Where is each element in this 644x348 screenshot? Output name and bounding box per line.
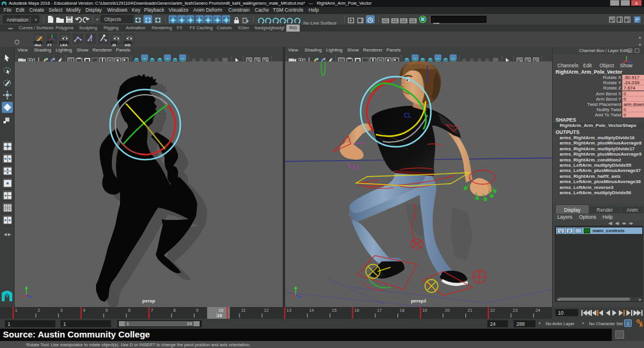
svg-text:21: 21: [468, 308, 472, 313]
svg-text:19: 19: [422, 308, 427, 313]
svg-text:5: 5: [105, 308, 108, 313]
svg-text:16: 16: [354, 308, 359, 313]
svg-text:18: 18: [400, 308, 405, 313]
svg-text:14: 14: [309, 308, 314, 313]
svg-text:12: 12: [264, 308, 269, 313]
svg-text:4: 4: [83, 308, 85, 313]
svg-text:3: 3: [60, 308, 63, 313]
svg-text:24: 24: [535, 308, 540, 313]
svg-text:1: 1: [15, 308, 18, 313]
svg-text:23: 23: [513, 308, 518, 313]
svg-text:11: 11: [241, 308, 246, 313]
svg-text:2: 2: [37, 308, 40, 313]
svg-text:7: 7: [150, 308, 153, 313]
svg-text:20: 20: [445, 308, 450, 313]
svg-text:9: 9: [196, 308, 198, 313]
svg-text:10: 10: [218, 308, 223, 313]
svg-text:17: 17: [377, 308, 382, 313]
svg-text:13: 13: [286, 308, 291, 313]
svg-text:6: 6: [128, 308, 131, 313]
svg-text:8: 8: [173, 308, 176, 313]
svg-text:22: 22: [490, 308, 495, 313]
svg-text:CL: CL: [404, 112, 412, 119]
svg-text:15: 15: [332, 308, 337, 313]
svg-text:10: 10: [217, 313, 222, 318]
